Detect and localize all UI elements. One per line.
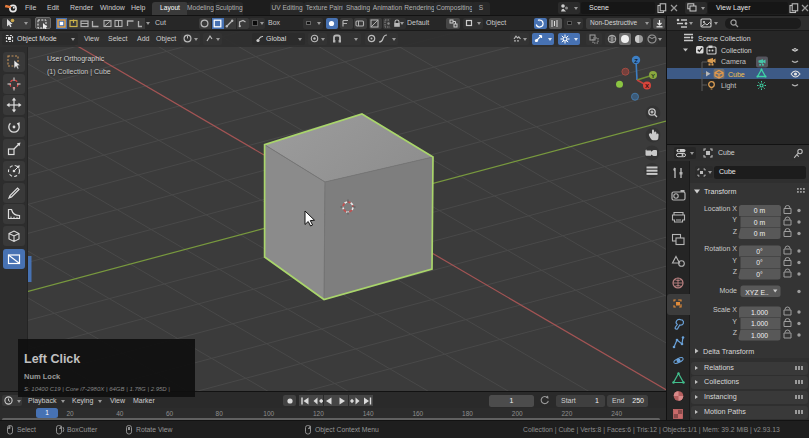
svg-text:Y: Y	[651, 73, 655, 79]
svg-text:XYZ E..: XYZ E..	[745, 289, 769, 296]
svg-text:0°: 0°	[756, 248, 763, 255]
svg-text:Scale X: Scale X	[713, 306, 737, 313]
svg-text:Rotation X: Rotation X	[704, 245, 737, 252]
svg-text:0 m: 0 m	[754, 230, 766, 237]
svg-text:User Orthographic: User Orthographic	[47, 55, 105, 63]
svg-text:1.000: 1.000	[751, 320, 768, 327]
svg-text:(1) Collection | Cube: (1) Collection | Cube	[47, 68, 111, 76]
svg-text:Mode: Mode	[719, 287, 737, 294]
svg-text:Y: Y	[732, 216, 737, 223]
svg-text:Y: Y	[732, 257, 737, 264]
svg-text:Light: Light	[721, 82, 736, 90]
svg-text:Z: Z	[733, 228, 738, 235]
svg-text:Location X: Location X	[704, 205, 737, 212]
svg-text:0°: 0°	[756, 271, 763, 278]
svg-text:Cube: Cube	[728, 71, 745, 78]
svg-text:1.000: 1.000	[751, 309, 768, 316]
svg-text:0°: 0°	[756, 259, 763, 266]
svg-text:0 m: 0 m	[754, 207, 766, 214]
svg-text:0 m: 0 m	[754, 219, 766, 226]
svg-text:Delta Transform: Delta Transform	[703, 347, 754, 356]
svg-text:X: X	[645, 83, 649, 89]
svg-text:Scene Collection: Scene Collection	[698, 35, 751, 42]
svg-text:Z: Z	[733, 329, 738, 336]
svg-text:Z: Z	[634, 58, 638, 64]
svg-text:Transform: Transform	[704, 187, 736, 196]
svg-text:Collection: Collection	[721, 47, 752, 54]
svg-text:Y: Y	[732, 318, 737, 325]
svg-text:Z: Z	[733, 268, 738, 275]
svg-text:Camera: Camera	[721, 58, 746, 65]
svg-text:1.000: 1.000	[751, 332, 768, 339]
